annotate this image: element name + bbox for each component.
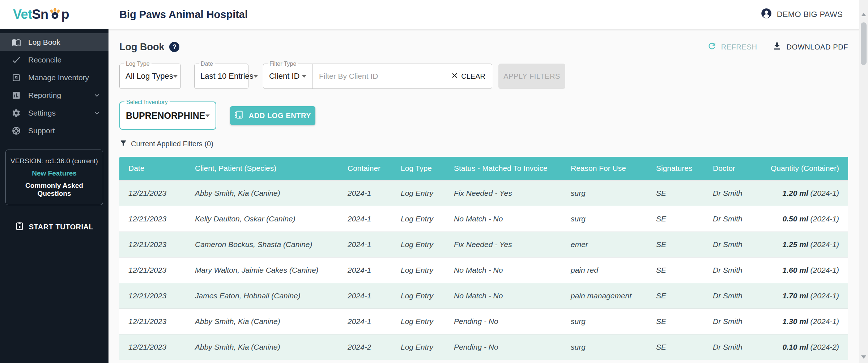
col-status: Status - Matched To Invoice [445, 157, 562, 180]
cell-client: Abby Smith, Kia (Canine) [186, 308, 339, 334]
chevron-down-icon [93, 109, 101, 117]
sidebar-item-settings[interactable]: Settings [0, 104, 109, 122]
table-row[interactable]: 12/21/2023Kelly Daulton, Oskar (Canine)2… [119, 206, 848, 232]
cell-status: No Match - No [445, 206, 562, 232]
start-tutorial-button[interactable]: START TUTORIAL [0, 222, 109, 232]
help-icon[interactable]: ? [169, 42, 179, 52]
gear-icon [11, 108, 22, 118]
clear-button[interactable]: CLEAR [451, 72, 485, 81]
col-quantity: Quantity (Container) [767, 157, 848, 180]
close-icon [451, 72, 458, 81]
refresh-label: REFRESH [721, 43, 757, 51]
user-menu[interactable]: DEMO BIG PAWS [761, 8, 843, 21]
add-log-icon [234, 110, 244, 121]
table-row[interactable]: 12/21/2023Abby Smith, Kia (Canine)2024-1… [119, 308, 848, 334]
cell-doctor: Dr Smith [704, 206, 767, 232]
inventory-value: BUPRENORPHINE [126, 111, 205, 121]
applied-filters: Current Applied Filters (0) [119, 139, 848, 149]
table-row[interactable]: 12/21/2023Abby Smith, Kia (Canine)2024-1… [119, 180, 848, 206]
sidebar-nav: Log Book Reconcile Manage Inventory Repo… [0, 33, 109, 139]
cell-log-type: Log Entry [392, 334, 445, 360]
add-log-entry-button[interactable]: ADD LOG ENTRY [230, 106, 315, 125]
inventory-select[interactable]: Select Inventory BUPRENORPHINE [119, 101, 216, 130]
sidebar-item-reconcile[interactable]: Reconcile [0, 51, 109, 69]
cell-signatures: SE [647, 232, 704, 257]
cell-date: 12/21/2023 [119, 232, 186, 257]
filter-type-label: Filter Type [268, 60, 298, 68]
logo-text-vet: Vet [13, 7, 32, 22]
search-input[interactable] [319, 72, 451, 81]
refresh-icon [707, 41, 717, 53]
new-features-link[interactable]: New Features [9, 169, 100, 177]
cell-status: Fix Needed - Yes [445, 232, 562, 257]
cell-log-type: Log Entry [392, 308, 445, 334]
cell-reason: pain management [562, 283, 647, 308]
cell-quantity: 1.30 ml (2024-1) [767, 308, 848, 334]
filter-type-select[interactable]: Filter Type Client ID [263, 64, 312, 89]
col-doctor: Doctor [704, 157, 767, 180]
date-select[interactable]: Date Last 10 Entries [194, 64, 248, 89]
download-label: DOWNLOAD PDF [786, 43, 848, 51]
col-container: Container [339, 157, 392, 180]
version-text: VERSION: rc1.36.0 (current) [9, 157, 100, 165]
sidebar-item-support[interactable]: Support [0, 122, 109, 139]
scroll-down-arrow[interactable] [861, 355, 866, 359]
sidebar-item-label: Reporting [28, 91, 61, 100]
sidebar-item-label: Settings [28, 109, 56, 117]
cell-signatures: SE [647, 257, 704, 283]
table-header: Date Client, Patient (Species) Container… [119, 157, 848, 180]
cell-container: 2024-1 [339, 283, 392, 308]
table-row[interactable]: 12/21/2023Abby Smith, Kia (Canine)2024-2… [119, 334, 848, 360]
cell-container: 2024-1 [339, 232, 392, 257]
cell-doctor: Dr Smith [704, 232, 767, 257]
lifebuoy-icon [11, 126, 22, 135]
table-row[interactable]: 12/21/2023James Eaton, Hobnail (Canine)2… [119, 283, 848, 308]
cell-container: 2024-1 [339, 180, 392, 206]
cell-quantity: 1.70 ml (2024-1) [767, 283, 848, 308]
refresh-button[interactable]: REFRESH [707, 41, 757, 53]
book-icon [11, 38, 22, 47]
cell-date: 12/21/2023 [119, 206, 186, 232]
logo[interactable]: VetSn p [0, 0, 109, 29]
sidebar-item-log-book[interactable]: Log Book [0, 33, 109, 51]
cell-date: 12/21/2023 [119, 180, 186, 206]
download-pdf-button[interactable]: DOWNLOAD PDF [772, 41, 848, 53]
sidebar-item-label: Manage Inventory [28, 73, 89, 82]
filter-input-wrap: CLEAR [312, 64, 492, 89]
cell-quantity: 1.60 ml (2024-1) [767, 257, 848, 283]
section-title: Log Book [119, 42, 164, 53]
apply-filters-button[interactable]: APPLY FILTERS [498, 64, 565, 89]
cell-date: 12/21/2023 [119, 308, 186, 334]
cell-log-type: Log Entry [392, 257, 445, 283]
logo-text-p: p [61, 7, 69, 22]
user-name: DEMO BIG PAWS [777, 10, 843, 19]
logo-text-sn: Sn [32, 7, 48, 22]
add-log-entry-label: ADD LOG ENTRY [249, 112, 311, 120]
version-box: VERSION: rc1.36.0 (current) New Features… [5, 150, 103, 205]
sidebar-item-manage-inventory[interactable]: Manage Inventory [0, 69, 109, 86]
faq-link[interactable]: Commonly Asked Questions [9, 182, 100, 198]
cell-log-type: Log Entry [392, 180, 445, 206]
applied-filters-label: Current Applied Filters (0) [131, 140, 213, 148]
page-title: Big Paws Animal Hospital [119, 9, 248, 21]
cell-status: Pending - No [445, 334, 562, 360]
table-row[interactable]: 12/21/2023Cameron Bockus, Shasta (Canine… [119, 232, 848, 257]
table-row[interactable]: 12/21/2023Mary Walton, Jaimie Cakes (Can… [119, 257, 848, 283]
scrollbar-thumb[interactable] [861, 22, 867, 65]
paw-icon [48, 7, 61, 22]
chevron-down-icon [93, 92, 101, 99]
start-tutorial-label: START TUTORIAL [29, 223, 93, 231]
cell-log-type: Log Entry [392, 283, 445, 308]
scroll-up-arrow[interactable] [861, 13, 866, 16]
cell-reason: pain red [562, 257, 647, 283]
caret-down-icon [302, 75, 306, 78]
col-log-type: Log Type [392, 157, 445, 180]
col-reason: Reason For Use [562, 157, 647, 180]
cell-date: 12/21/2023 [119, 334, 186, 360]
cell-status: Pending - No [445, 308, 562, 334]
cell-log-type: Log Entry [392, 206, 445, 232]
filter-funnel-icon [119, 139, 127, 149]
cell-status: No Match - No [445, 283, 562, 308]
sidebar-item-reporting[interactable]: Reporting [0, 86, 109, 104]
log-type-select[interactable]: Log Type All Log Types [119, 64, 181, 89]
